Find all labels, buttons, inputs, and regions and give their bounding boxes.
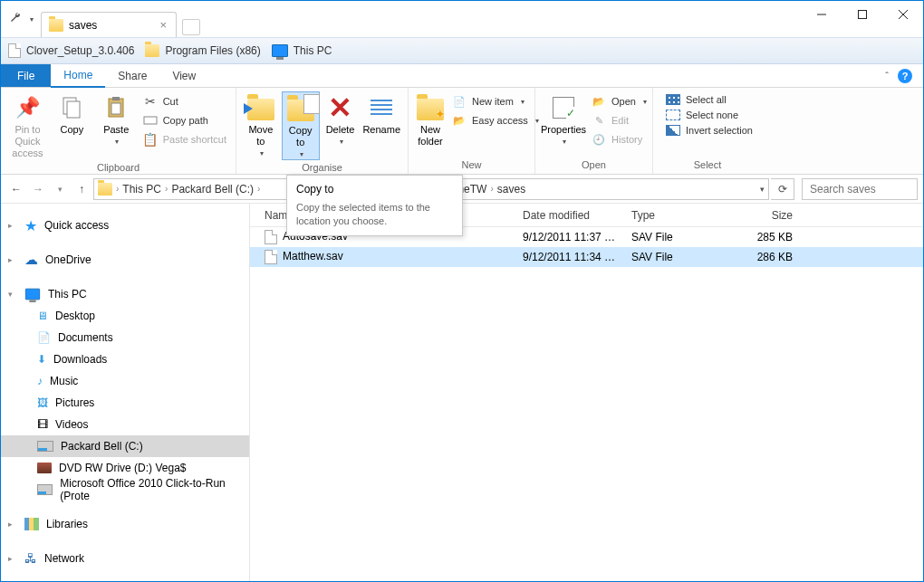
button-label: Copy to xyxy=(284,125,317,148)
delete-button[interactable]: ✕ Delete▾ xyxy=(322,91,360,147)
expand-icon[interactable]: ▸ xyxy=(8,554,17,563)
breadcrumb-saves[interactable]: saves xyxy=(497,183,525,196)
minimize-button[interactable] xyxy=(801,1,842,28)
sidebar-item-desktop[interactable]: 🖥Desktop xyxy=(1,305,249,327)
help-icon[interactable]: ? xyxy=(898,69,912,83)
ribbon-tab-file[interactable]: File xyxy=(1,64,51,87)
refresh-button[interactable]: ⟳ xyxy=(771,178,794,200)
tab-close-icon[interactable]: × xyxy=(159,18,167,32)
file-list[interactable]: Name Date modified Type Size Autosave.sa… xyxy=(250,204,923,582)
expand-icon[interactable]: ▸ xyxy=(8,255,17,264)
address-dropdown-icon[interactable]: ▾ xyxy=(760,185,765,194)
ribbon-tab-share[interactable]: Share xyxy=(105,64,159,87)
invert-selection-icon xyxy=(666,125,680,136)
scissors-icon: ✂ xyxy=(143,94,158,109)
easy-access-button[interactable]: 📂Easy access▾ xyxy=(448,112,543,129)
copy-to-icon xyxy=(287,100,314,121)
open-button[interactable]: 📂Open▾ xyxy=(588,93,650,110)
sidebar-item-libraries[interactable]: ▸ Libraries xyxy=(1,513,249,535)
sidebar-item-onedrive[interactable]: ▸ ☁ OneDrive xyxy=(1,249,249,271)
nav-back-button[interactable]: ← xyxy=(6,179,26,199)
search-input[interactable] xyxy=(808,182,924,196)
column-header-size[interactable]: Size xyxy=(726,209,798,222)
sidebar-item-videos[interactable]: 🎞Videos xyxy=(1,414,249,435)
sidebar-item-label: Documents xyxy=(58,331,113,344)
button-label: Select all xyxy=(686,94,727,105)
move-to-icon xyxy=(247,99,274,120)
sidebar-item-quick-access[interactable]: ▸ ★ Quick access xyxy=(1,215,249,236)
disk-icon xyxy=(37,441,53,452)
navigation-pane[interactable]: ▸ ★ Quick access ▸ ☁ OneDrive ▾ This PC … xyxy=(1,204,250,582)
pc-icon xyxy=(272,44,288,57)
sidebar-item-office-c2r[interactable]: Microsoft Office 2010 Click-to-Run (Prot… xyxy=(1,479,249,501)
search-box[interactable]: 🔍 xyxy=(802,178,918,200)
copy-to-button[interactable]: Copy to▾ xyxy=(282,91,320,160)
maximize-button[interactable] xyxy=(842,1,882,28)
sidebar-item-network[interactable]: ▸ 🖧 Network xyxy=(1,548,249,569)
pc-icon xyxy=(25,289,40,301)
ribbon-tab-home[interactable]: Home xyxy=(51,64,105,88)
new-tab-button[interactable] xyxy=(182,19,200,35)
breadcrumb-drive-c[interactable]: Packard Bell (C:) xyxy=(171,183,254,196)
file-size: 286 KB xyxy=(726,251,798,263)
file-icon xyxy=(265,250,277,264)
qat-dropdown-icon[interactable]: ▾ xyxy=(26,15,37,24)
ribbon-tab-label: File xyxy=(17,70,34,82)
ribbon-tab-view[interactable]: View xyxy=(159,64,208,87)
nav-recent-dropdown[interactable]: ▾ xyxy=(50,179,70,199)
ribbon-collapse-icon[interactable]: ˆ xyxy=(885,71,889,81)
close-button[interactable] xyxy=(882,1,923,28)
expand-icon[interactable]: ▸ xyxy=(8,520,17,529)
folder-icon xyxy=(98,183,112,196)
button-label: New item xyxy=(472,96,514,107)
sidebar-item-drive-c[interactable]: Packard Bell (C:) xyxy=(1,435,249,457)
new-item-button[interactable]: 📄New item▾ xyxy=(448,93,543,110)
sidebar-item-pictures[interactable]: 🖼Pictures xyxy=(1,392,249,414)
sidebar-item-this-pc[interactable]: ▾ This PC xyxy=(1,283,249,305)
select-none-button[interactable]: Select none xyxy=(662,109,756,121)
bookmark-this-pc[interactable]: This PC xyxy=(272,44,332,57)
cut-button[interactable]: ✂Cut xyxy=(140,93,230,110)
sidebar-item-music[interactable]: ♪Music xyxy=(1,370,249,392)
nav-up-button[interactable]: ↑ xyxy=(72,179,91,199)
edit-button[interactable]: ✎Edit xyxy=(588,112,650,129)
copy-path-button[interactable]: Copy path xyxy=(140,112,230,129)
move-to-button[interactable]: Move to▾ xyxy=(242,91,280,158)
folder-icon xyxy=(49,19,63,32)
collapse-icon[interactable]: ▾ xyxy=(8,290,17,299)
breadcrumb-this-pc[interactable]: This PC xyxy=(122,183,161,196)
browser-tab-saves[interactable]: saves × xyxy=(41,12,177,37)
column-header-date[interactable]: Date modified xyxy=(517,209,626,222)
nav-forward-button[interactable]: → xyxy=(28,179,48,199)
history-button[interactable]: 🕘History xyxy=(588,131,650,148)
sidebar-item-documents[interactable]: 📄Documents xyxy=(1,327,249,348)
file-name: Matthew.sav xyxy=(283,250,343,262)
network-icon: 🖧 xyxy=(24,551,37,566)
button-label: Delete xyxy=(326,124,355,136)
invert-selection-button[interactable]: Invert selection xyxy=(662,124,756,137)
column-header-type[interactable]: Type xyxy=(626,209,726,222)
chevron-down-icon: ▾ xyxy=(300,150,303,159)
paste-shortcut-button[interactable]: 📋Paste shortcut xyxy=(140,131,230,148)
chevron-right-icon[interactable]: › xyxy=(490,184,493,194)
chevron-right-icon[interactable]: › xyxy=(116,184,119,194)
paste-icon xyxy=(101,93,130,122)
chevron-right-icon[interactable]: › xyxy=(257,184,260,194)
pin-to-quick-access-button[interactable]: 📌 Pin to Quick access xyxy=(6,91,49,160)
chevron-right-icon[interactable]: › xyxy=(165,184,168,194)
svg-rect-0 xyxy=(858,11,866,19)
sidebar-item-dvd-drive[interactable]: DVD RW Drive (D:) Vega$ xyxy=(1,457,249,479)
select-all-button[interactable]: Select all xyxy=(662,93,756,106)
wrench-icon[interactable] xyxy=(8,12,23,26)
file-row[interactable]: Matthew.sav 9/12/2011 11:34 PM SAV File … xyxy=(250,247,923,267)
paste-button[interactable]: Paste ▾ xyxy=(95,91,138,147)
expand-icon[interactable]: ▸ xyxy=(8,221,17,230)
rename-button[interactable]: Rename xyxy=(361,91,402,136)
bookmark-program-files[interactable]: Program Files (x86) xyxy=(145,44,260,57)
main-area: ▸ ★ Quick access ▸ ☁ OneDrive ▾ This PC … xyxy=(1,204,923,582)
copy-button[interactable]: Copy xyxy=(51,91,93,136)
new-folder-button[interactable]: New folder xyxy=(414,91,447,148)
properties-button[interactable]: Properties▾ xyxy=(541,91,586,147)
bookmark-clover-setup[interactable]: Clover_Setup_3.0.406 xyxy=(8,43,134,58)
sidebar-item-downloads[interactable]: ⬇Downloads xyxy=(1,348,249,370)
